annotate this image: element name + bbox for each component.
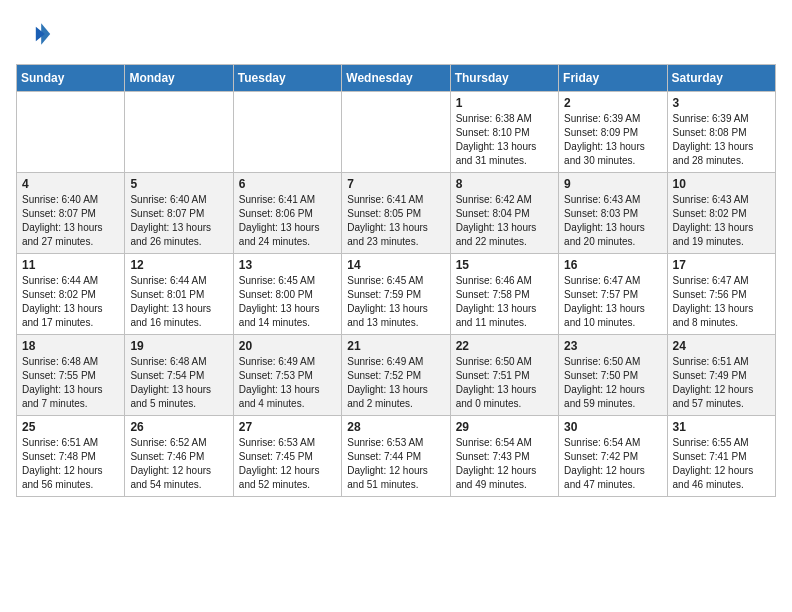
calendar-cell: 21Sunrise: 6:49 AM Sunset: 7:52 PM Dayli… — [342, 335, 450, 416]
calendar-cell: 1Sunrise: 6:38 AM Sunset: 8:10 PM Daylig… — [450, 92, 558, 173]
day-info: Sunrise: 6:54 AM Sunset: 7:42 PM Dayligh… — [564, 436, 661, 492]
day-number: 9 — [564, 177, 661, 191]
calendar-week-row: 4Sunrise: 6:40 AM Sunset: 8:07 PM Daylig… — [17, 173, 776, 254]
column-header-sunday: Sunday — [17, 65, 125, 92]
calendar-cell: 31Sunrise: 6:55 AM Sunset: 7:41 PM Dayli… — [667, 416, 775, 497]
day-info: Sunrise: 6:40 AM Sunset: 8:07 PM Dayligh… — [22, 193, 119, 249]
calendar-cell — [125, 92, 233, 173]
calendar-cell: 29Sunrise: 6:54 AM Sunset: 7:43 PM Dayli… — [450, 416, 558, 497]
calendar-cell: 13Sunrise: 6:45 AM Sunset: 8:00 PM Dayli… — [233, 254, 341, 335]
calendar-table: SundayMondayTuesdayWednesdayThursdayFrid… — [16, 64, 776, 497]
day-number: 27 — [239, 420, 336, 434]
day-number: 4 — [22, 177, 119, 191]
day-number: 18 — [22, 339, 119, 353]
calendar-week-row: 1Sunrise: 6:38 AM Sunset: 8:10 PM Daylig… — [17, 92, 776, 173]
day-info: Sunrise: 6:45 AM Sunset: 7:59 PM Dayligh… — [347, 274, 444, 330]
calendar-cell: 15Sunrise: 6:46 AM Sunset: 7:58 PM Dayli… — [450, 254, 558, 335]
day-number: 6 — [239, 177, 336, 191]
calendar-cell: 24Sunrise: 6:51 AM Sunset: 7:49 PM Dayli… — [667, 335, 775, 416]
day-number: 25 — [22, 420, 119, 434]
day-info: Sunrise: 6:44 AM Sunset: 8:01 PM Dayligh… — [130, 274, 227, 330]
day-number: 13 — [239, 258, 336, 272]
logo — [16, 16, 56, 52]
day-info: Sunrise: 6:51 AM Sunset: 7:49 PM Dayligh… — [673, 355, 770, 411]
day-info: Sunrise: 6:43 AM Sunset: 8:02 PM Dayligh… — [673, 193, 770, 249]
day-info: Sunrise: 6:41 AM Sunset: 8:05 PM Dayligh… — [347, 193, 444, 249]
day-info: Sunrise: 6:40 AM Sunset: 8:07 PM Dayligh… — [130, 193, 227, 249]
calendar-cell: 5Sunrise: 6:40 AM Sunset: 8:07 PM Daylig… — [125, 173, 233, 254]
day-info: Sunrise: 6:55 AM Sunset: 7:41 PM Dayligh… — [673, 436, 770, 492]
day-number: 19 — [130, 339, 227, 353]
day-info: Sunrise: 6:52 AM Sunset: 7:46 PM Dayligh… — [130, 436, 227, 492]
calendar-cell: 14Sunrise: 6:45 AM Sunset: 7:59 PM Dayli… — [342, 254, 450, 335]
calendar-cell — [233, 92, 341, 173]
day-number: 8 — [456, 177, 553, 191]
day-info: Sunrise: 6:46 AM Sunset: 7:58 PM Dayligh… — [456, 274, 553, 330]
calendar-cell: 30Sunrise: 6:54 AM Sunset: 7:42 PM Dayli… — [559, 416, 667, 497]
calendar-cell: 23Sunrise: 6:50 AM Sunset: 7:50 PM Dayli… — [559, 335, 667, 416]
calendar-week-row: 25Sunrise: 6:51 AM Sunset: 7:48 PM Dayli… — [17, 416, 776, 497]
day-info: Sunrise: 6:47 AM Sunset: 7:57 PM Dayligh… — [564, 274, 661, 330]
calendar-cell: 17Sunrise: 6:47 AM Sunset: 7:56 PM Dayli… — [667, 254, 775, 335]
day-number: 21 — [347, 339, 444, 353]
day-info: Sunrise: 6:39 AM Sunset: 8:08 PM Dayligh… — [673, 112, 770, 168]
column-header-tuesday: Tuesday — [233, 65, 341, 92]
day-number: 11 — [22, 258, 119, 272]
day-number: 5 — [130, 177, 227, 191]
calendar-cell: 27Sunrise: 6:53 AM Sunset: 7:45 PM Dayli… — [233, 416, 341, 497]
day-number: 23 — [564, 339, 661, 353]
day-info: Sunrise: 6:51 AM Sunset: 7:48 PM Dayligh… — [22, 436, 119, 492]
day-info: Sunrise: 6:49 AM Sunset: 7:52 PM Dayligh… — [347, 355, 444, 411]
day-number: 2 — [564, 96, 661, 110]
logo-icon — [16, 16, 52, 52]
day-info: Sunrise: 6:50 AM Sunset: 7:50 PM Dayligh… — [564, 355, 661, 411]
calendar-cell: 3Sunrise: 6:39 AM Sunset: 8:08 PM Daylig… — [667, 92, 775, 173]
day-number: 30 — [564, 420, 661, 434]
day-info: Sunrise: 6:39 AM Sunset: 8:09 PM Dayligh… — [564, 112, 661, 168]
day-number: 14 — [347, 258, 444, 272]
column-header-thursday: Thursday — [450, 65, 558, 92]
column-header-friday: Friday — [559, 65, 667, 92]
day-number: 20 — [239, 339, 336, 353]
day-number: 17 — [673, 258, 770, 272]
calendar-cell: 9Sunrise: 6:43 AM Sunset: 8:03 PM Daylig… — [559, 173, 667, 254]
calendar-cell: 19Sunrise: 6:48 AM Sunset: 7:54 PM Dayli… — [125, 335, 233, 416]
day-info: Sunrise: 6:50 AM Sunset: 7:51 PM Dayligh… — [456, 355, 553, 411]
calendar-cell: 7Sunrise: 6:41 AM Sunset: 8:05 PM Daylig… — [342, 173, 450, 254]
day-info: Sunrise: 6:43 AM Sunset: 8:03 PM Dayligh… — [564, 193, 661, 249]
day-number: 24 — [673, 339, 770, 353]
calendar-header-row: SundayMondayTuesdayWednesdayThursdayFrid… — [17, 65, 776, 92]
calendar-cell: 12Sunrise: 6:44 AM Sunset: 8:01 PM Dayli… — [125, 254, 233, 335]
day-number: 1 — [456, 96, 553, 110]
calendar-cell: 10Sunrise: 6:43 AM Sunset: 8:02 PM Dayli… — [667, 173, 775, 254]
day-number: 7 — [347, 177, 444, 191]
calendar-cell: 8Sunrise: 6:42 AM Sunset: 8:04 PM Daylig… — [450, 173, 558, 254]
calendar-cell: 4Sunrise: 6:40 AM Sunset: 8:07 PM Daylig… — [17, 173, 125, 254]
day-info: Sunrise: 6:38 AM Sunset: 8:10 PM Dayligh… — [456, 112, 553, 168]
calendar-cell: 28Sunrise: 6:53 AM Sunset: 7:44 PM Dayli… — [342, 416, 450, 497]
calendar-cell: 2Sunrise: 6:39 AM Sunset: 8:09 PM Daylig… — [559, 92, 667, 173]
calendar-cell — [342, 92, 450, 173]
day-info: Sunrise: 6:53 AM Sunset: 7:45 PM Dayligh… — [239, 436, 336, 492]
page-header — [16, 16, 776, 52]
column-header-saturday: Saturday — [667, 65, 775, 92]
calendar-cell: 26Sunrise: 6:52 AM Sunset: 7:46 PM Dayli… — [125, 416, 233, 497]
calendar-cell: 16Sunrise: 6:47 AM Sunset: 7:57 PM Dayli… — [559, 254, 667, 335]
calendar-cell: 20Sunrise: 6:49 AM Sunset: 7:53 PM Dayli… — [233, 335, 341, 416]
day-info: Sunrise: 6:42 AM Sunset: 8:04 PM Dayligh… — [456, 193, 553, 249]
day-number: 16 — [564, 258, 661, 272]
calendar-cell: 11Sunrise: 6:44 AM Sunset: 8:02 PM Dayli… — [17, 254, 125, 335]
day-number: 22 — [456, 339, 553, 353]
day-number: 15 — [456, 258, 553, 272]
day-number: 28 — [347, 420, 444, 434]
column-header-wednesday: Wednesday — [342, 65, 450, 92]
calendar-cell: 25Sunrise: 6:51 AM Sunset: 7:48 PM Dayli… — [17, 416, 125, 497]
day-number: 12 — [130, 258, 227, 272]
day-info: Sunrise: 6:54 AM Sunset: 7:43 PM Dayligh… — [456, 436, 553, 492]
day-number: 10 — [673, 177, 770, 191]
day-number: 26 — [130, 420, 227, 434]
calendar-week-row: 11Sunrise: 6:44 AM Sunset: 8:02 PM Dayli… — [17, 254, 776, 335]
day-number: 3 — [673, 96, 770, 110]
day-info: Sunrise: 6:41 AM Sunset: 8:06 PM Dayligh… — [239, 193, 336, 249]
calendar-week-row: 18Sunrise: 6:48 AM Sunset: 7:55 PM Dayli… — [17, 335, 776, 416]
